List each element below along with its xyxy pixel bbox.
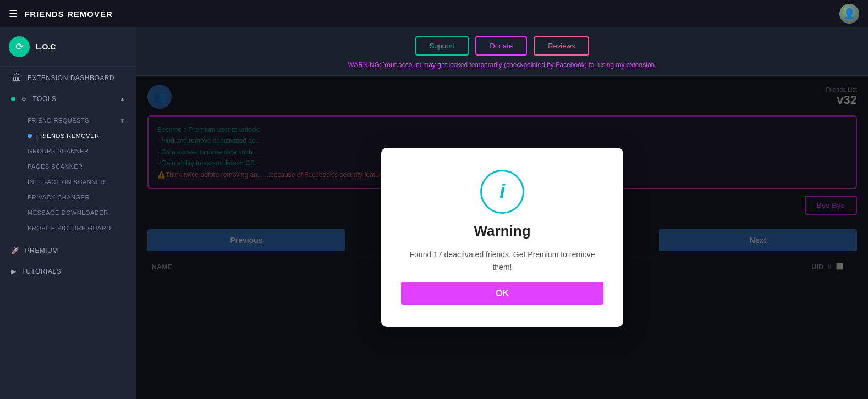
modal-title: Warning: [474, 223, 530, 240]
sidebar-item-profile-picture-guard[interactable]: Profile Picture Guard: [0, 220, 136, 236]
main-layout: ⟳ L.O.C 🏛 Extension Dashboard ⚙ Tools ▲ …: [0, 27, 868, 399]
sidebar-item-groups-scanner[interactable]: Groups Scanner: [0, 143, 136, 159]
tutorials-label: Tutorials: [22, 268, 62, 275]
content-body: 👥 Friends List v32 Become a Premium user…: [136, 76, 868, 399]
tools-chevron-icon: ▲: [120, 96, 125, 102]
donate-button[interactable]: Donate: [475, 36, 527, 56]
sidebar-item-message-downloader[interactable]: Message Downloader: [0, 205, 136, 220]
interaction-scanner-label: Interaction Scanner: [28, 179, 105, 185]
content-header: Support Donate Reviews WARNING: Your acc…: [136, 27, 868, 76]
pages-scanner-label: Pages Scanner: [28, 163, 83, 170]
profile-picture-guard-label: Profile Picture Guard: [28, 225, 111, 231]
sidebar-item-label: Extension Dashboard: [28, 74, 114, 82]
modal-message: Found 17 deactivated friends. Get Premiu…: [401, 248, 603, 273]
tools-dot: [11, 97, 15, 101]
sidebar-item-tutorials[interactable]: ▶ Tutorials: [0, 261, 136, 282]
sidebar: ⟳ L.O.C 🏛 Extension Dashboard ⚙ Tools ▲ …: [0, 27, 136, 399]
premium-label: Premium: [25, 247, 58, 254]
dashboard-icon: 🏛: [11, 73, 22, 83]
sidebar-item-pages-scanner[interactable]: Pages Scanner: [0, 159, 136, 174]
header-warning: WARNING: Your account may get locked tem…: [348, 61, 656, 69]
sidebar-item-premium[interactable]: 🚀 Premium: [0, 240, 136, 261]
sidebar-logo-area: ⟳ L.O.C: [0, 27, 136, 66]
friend-requests-label: Friend Requests: [28, 117, 89, 124]
sidebar-item-friends-remover[interactable]: Friends Remover: [0, 128, 136, 143]
avatar[interactable]: 👤: [839, 4, 859, 24]
modal-info-icon: i: [480, 170, 524, 214]
friends-remover-dot: [28, 134, 32, 138]
warning-modal: i Warning Found 17 deactivated friends. …: [381, 148, 623, 327]
message-downloader-label: Message Downloader: [28, 209, 108, 216]
app-title: FRIENDS REMOVER: [24, 9, 113, 19]
menu-icon[interactable]: ☰: [9, 8, 18, 20]
friend-requests-arrow: ▼: [120, 118, 125, 124]
sidebar-sub-section: Friend Requests ▼ Friends Remover Groups…: [0, 108, 136, 240]
sidebar-tools-label: Tools: [33, 95, 57, 103]
content: Support Donate Reviews WARNING: Your acc…: [136, 27, 868, 399]
sidebar-item-privacy-changer[interactable]: Privacy Changer: [0, 190, 136, 205]
sidebar-item-extension-dashboard[interactable]: 🏛 Extension Dashboard: [0, 66, 136, 90]
modal-overlay: i Warning Found 17 deactivated friends. …: [136, 76, 868, 399]
premium-icon: 🚀: [11, 247, 20, 254]
sidebar-item-interaction-scanner[interactable]: Interaction Scanner: [0, 174, 136, 190]
sidebar-logo-text: L.O.C: [35, 42, 56, 51]
logo-icon: ⟳: [9, 36, 30, 57]
topbar: ☰ FRIENDS REMOVER 👤: [0, 0, 868, 27]
privacy-changer-label: Privacy Changer: [28, 194, 90, 201]
tools-icon: ⚙: [21, 95, 28, 103]
header-buttons: Support Donate Reviews: [415, 36, 590, 56]
tutorials-icon: ▶: [11, 268, 17, 275]
groups-scanner-label: Groups Scanner: [28, 148, 89, 154]
friends-remover-label: Friends Remover: [36, 132, 99, 139]
support-button[interactable]: Support: [415, 36, 469, 56]
sidebar-tools-section[interactable]: ⚙ Tools ▲: [0, 90, 136, 108]
reviews-button[interactable]: Reviews: [534, 36, 589, 56]
sidebar-item-friend-requests[interactable]: Friend Requests ▼: [0, 113, 136, 128]
modal-ok-button[interactable]: OK: [401, 282, 603, 305]
